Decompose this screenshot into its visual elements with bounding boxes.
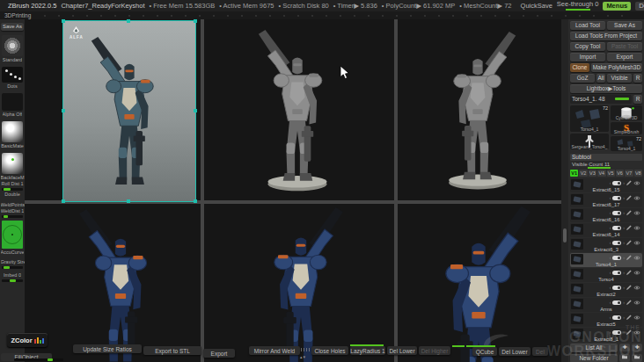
subtool-item[interactable]: ‹ › Extract8_1 (570, 328, 642, 342)
cylinder3d-thumbnail[interactable]: Cylinder3D (611, 105, 642, 120)
visibility-eye-icon[interactable] (633, 181, 640, 185)
load-tool-button[interactable]: Load Tool (570, 21, 605, 30)
visibility-tab[interactable]: V7 (625, 170, 633, 177)
imbed-slider[interactable] (2, 279, 23, 282)
polypaint-toggle[interactable] (612, 330, 621, 335)
color-picker[interactable] (2, 221, 23, 249)
canvas-viewport[interactable]: ALFA (25, 19, 561, 362)
clay-render-front[interactable] (255, 28, 340, 200)
visibility-eye-icon[interactable] (633, 286, 640, 290)
texture-thumbnail[interactable] (2, 153, 23, 174)
polypaint-toggle[interactable] (612, 286, 621, 290)
make-polymesh3d-button[interactable]: Make PolyMesh3D (591, 63, 642, 72)
visibility-tab[interactable]: V8 (634, 170, 642, 177)
goz-all-button[interactable]: All (596, 74, 605, 83)
recent-tool-figure-thumbnail[interactable]: Sergeant_Torso4_ (570, 134, 609, 149)
export-to-stl-button[interactable]: Export to STL (143, 346, 201, 355)
subtool-item[interactable]: ‹ › Extract6_16 (570, 208, 642, 222)
visibility-tab[interactable]: V6 (616, 170, 624, 177)
polypaint-toggle[interactable] (612, 256, 621, 260)
lazyradius-slider[interactable]: LazyRadius 1 (350, 346, 385, 355)
import-button[interactable]: Import (570, 53, 605, 62)
edit-icon[interactable] (626, 195, 632, 200)
clone-button[interactable]: Clone (570, 63, 589, 72)
visibility-eye-icon[interactable] (633, 211, 640, 215)
edit-icon[interactable] (626, 225, 632, 230)
restore-button[interactable]: R (633, 95, 642, 104)
export-shelf-button[interactable]: Export (203, 349, 235, 358)
visibility-tab[interactable]: V3 (589, 170, 596, 177)
new-folder-button[interactable]: New Folder (570, 354, 618, 362)
subtool-up-icon[interactable]: ✚ (619, 344, 630, 351)
visibility-eye-icon[interactable] (633, 300, 640, 305)
quicksave-button[interactable]: QuickSave (521, 2, 553, 10)
subtool-item[interactable]: ‹ › Extract6_15 (570, 178, 642, 192)
panel-scrollbar[interactable] (561, 11, 568, 362)
menus-button[interactable]: Menus (603, 2, 631, 11)
stroke-thumbnail[interactable] (2, 67, 23, 83)
polypaint-toggle[interactable] (612, 181, 621, 185)
visibility-eye-icon[interactable] (633, 271, 640, 275)
tool-inventory-slider[interactable]: Torso4_1. 48 (570, 95, 632, 104)
gravity-slider[interactable] (2, 266, 23, 269)
selection-handle[interactable] (62, 19, 65, 23)
double-label[interactable]: Double (4, 192, 19, 197)
lightbox-tools-button[interactable]: Lightbox▶Tools (570, 84, 642, 93)
copy-tool-button[interactable]: Copy Tool (570, 42, 605, 51)
subtool-item[interactable]: ‹ › Extract6_17 (570, 193, 642, 207)
welddist-slider[interactable] (2, 215, 23, 218)
subtool-item[interactable]: ‹ › Extract6_14 (570, 223, 642, 237)
selection-handle[interactable] (62, 109, 65, 112)
folder-move-icon[interactable] (632, 354, 642, 362)
folder-add-icon[interactable] (619, 354, 630, 362)
polypaint-toggle[interactable] (612, 315, 621, 320)
edit-icon[interactable] (626, 180, 632, 185)
visibility-tab[interactable]: V2 (579, 170, 587, 177)
edit-icon[interactable] (626, 329, 632, 335)
subtool-item[interactable]: ‹ › Torso4_1 (570, 253, 642, 267)
edit-icon[interactable] (626, 285, 632, 290)
edit-icon[interactable] (626, 240, 632, 245)
selection-handle[interactable] (194, 109, 197, 112)
subtool-down-icon[interactable]: ✚ (632, 344, 642, 351)
subtool-section-header[interactable]: Subtool (570, 154, 642, 161)
visibility-eye-icon[interactable] (633, 330, 640, 335)
edit-icon[interactable] (626, 300, 632, 305)
selection-handle[interactable] (62, 199, 65, 203)
visibility-eye-icon[interactable] (633, 196, 640, 200)
visibility-eye-icon[interactable] (633, 256, 640, 260)
visibility-tab[interactable]: V4 (597, 170, 605, 177)
painted-render-back[interactable] (255, 206, 347, 362)
subtool-item[interactable]: ‹ › Torso4 (570, 268, 642, 282)
goz-visible-button[interactable]: Visible (607, 74, 632, 83)
painted-render-front[interactable] (76, 207, 165, 362)
menu-3dprinting[interactable]: 3DPrinting (0, 12, 35, 18)
concept-art-image[interactable]: ALFA (63, 21, 195, 201)
selection-handle[interactable] (127, 199, 130, 203)
polypaint-toggle[interactable] (612, 271, 621, 275)
goz-button[interactable]: GoZ (570, 74, 595, 83)
selection-handle[interactable] (194, 199, 197, 203)
visibility-eye-icon[interactable] (633, 241, 640, 245)
bottom-mini-slider[interactable] (14, 358, 63, 361)
visibility-tab[interactable]: V5 (607, 170, 615, 177)
edit-icon[interactable] (626, 210, 632, 215)
visibility-eye-icon[interactable] (633, 226, 640, 230)
close-holes-button[interactable]: Close Holes (311, 346, 348, 355)
visible-count-slider[interactable]: Visible Count 11 (570, 161, 642, 169)
polypaint-toggle[interactable] (612, 300, 621, 305)
mirror-and-weld-button[interactable]: Mirror And Weld (249, 346, 300, 355)
recent-tool-thumbnail[interactable]: 72 Torso4_1 (611, 136, 642, 151)
current-tool-thumbnail[interactable]: 72 Torso4_1 (570, 105, 609, 132)
material-thumbnail[interactable] (2, 121, 23, 142)
list-all-button[interactable]: List All (570, 344, 618, 352)
edit-icon[interactable] (626, 255, 632, 260)
weldpoints-label[interactable]: WeldPoints (1, 202, 25, 207)
zoom-arrows-icon[interactable]: ▴▾ (300, 354, 306, 359)
clay-render-back[interactable] (436, 30, 519, 199)
selection-handle[interactable] (127, 19, 130, 23)
polypaint-toggle[interactable] (612, 241, 621, 245)
export-button[interactable]: Export (607, 53, 642, 62)
alpha-thumbnail[interactable] (2, 93, 23, 111)
del-lower-button[interactable]: Del Lower (387, 346, 417, 355)
